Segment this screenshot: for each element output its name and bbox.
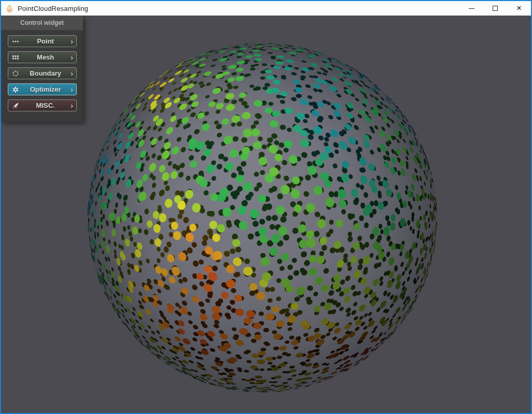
optimizer-button[interactable]: Optimizer › (8, 83, 77, 95)
button-label: Point (20, 37, 71, 45)
button-label: MISC. (20, 102, 71, 109)
maximize-icon (493, 6, 498, 11)
button-label: Mesh (20, 53, 71, 61)
boundary-button[interactable]: Boundary › (8, 67, 77, 79)
button-label: Boundary (20, 69, 71, 77)
chevron-right-icon: › (71, 103, 73, 109)
control-widget-body: Point › Mesh › (1, 30, 83, 111)
rocket-icon (12, 102, 20, 109)
ellipsis-icon (12, 38, 20, 45)
maximize-button[interactable] (483, 1, 507, 16)
boundary-circle-icon (12, 70, 20, 77)
chevron-right-icon: › (71, 38, 73, 45)
close-icon: × (516, 6, 522, 11)
titlebar: PointCloudResampling × (1, 1, 531, 16)
main-area: Control widget Point › (1, 16, 531, 413)
mesh-grid-icon (12, 54, 20, 61)
window-title: PointCloudResampling (18, 5, 88, 12)
chevron-right-icon: › (71, 70, 73, 77)
mesh-button[interactable]: Mesh › (8, 51, 77, 63)
app-window: PointCloudResampling × Control widget (0, 0, 532, 414)
close-button[interactable]: × (507, 1, 531, 16)
misc-button[interactable]: MISC. › (8, 99, 77, 111)
point-button[interactable]: Point › (8, 35, 77, 47)
minimize-button[interactable] (459, 1, 483, 16)
button-label: Optimizer (20, 85, 71, 93)
chevron-right-icon: › (71, 54, 73, 61)
minimize-icon (469, 8, 474, 9)
window-controls: × (459, 1, 531, 16)
flame-icon (6, 4, 13, 13)
chevron-right-icon: › (71, 87, 73, 93)
control-widget-panel: Control widget Point › (1, 16, 83, 122)
control-widget-header[interactable]: Control widget (1, 16, 83, 30)
optimizer-asterisk-icon (12, 86, 20, 93)
